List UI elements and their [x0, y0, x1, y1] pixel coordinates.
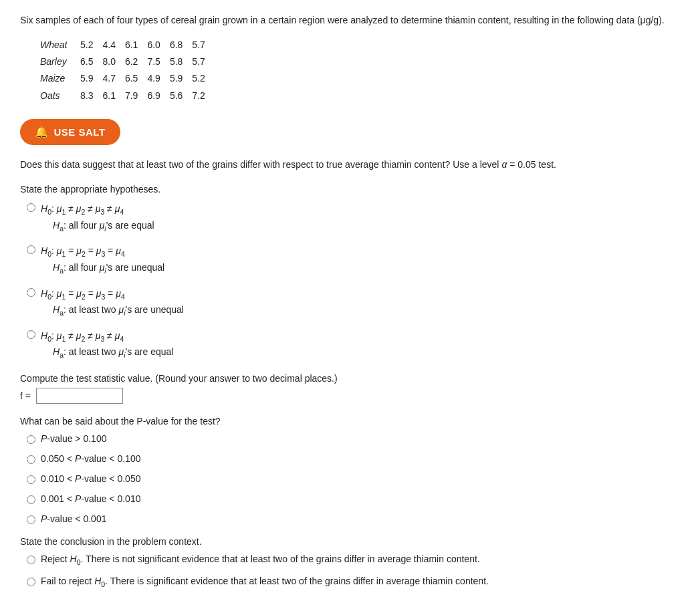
grain-label-wheat: Wheat: [40, 37, 80, 53]
hypothesis-radio-3[interactable]: [27, 288, 35, 297]
pvalue-label-1: P-value > 0.100: [41, 433, 106, 444]
grain-values-maize: 5.9 4.7 6.5 4.9 5.9 5.2: [80, 70, 205, 87]
intro-paragraph: Six samples of each of four types of cer…: [20, 13, 680, 27]
hypothesis-radio-1[interactable]: [27, 203, 35, 212]
hypothesis-label-3: H0: μ1 = μ2 = μ3 = μ4 Ha: at least two μ…: [41, 286, 184, 319]
conclusion-section-title: State the conclusion in the problem cont…: [20, 536, 680, 547]
conclusion-radio-1[interactable]: [27, 556, 35, 564]
pvalue-label-2: 0.050 < P-value < 0.100: [41, 453, 140, 464]
pvalue-section-title: What can be said about the P-value for t…: [20, 416, 680, 427]
pvalue-label-4: 0.001 < P-value < 0.010: [41, 493, 140, 504]
hypothesis-option-1[interactable]: H0: μ1 ≠ μ2 ≠ μ3 ≠ μ4 Ha: all four μi's …: [27, 201, 680, 234]
grain-values-oats: 8.3 6.1 7.9 6.9 5.6 7.2: [80, 88, 205, 104]
pvalue-label-3: 0.010 < P-value < 0.050: [41, 473, 140, 484]
conclusion-option-2[interactable]: Fail to reject H0. There is significant …: [27, 576, 680, 588]
pvalue-radio-3[interactable]: [27, 475, 35, 484]
pvalue-radio-2[interactable]: [27, 455, 35, 464]
salt-icon: 🔔: [35, 126, 49, 138]
grain-label-barley: Barley: [40, 53, 80, 70]
hypothesis-label-2: H0: μ1 = μ2 = μ3 = μ4 Ha: all four μi's …: [41, 243, 164, 276]
hypothesis-label-4: H0: μ1 ≠ μ2 ≠ μ3 ≠ μ4 Ha: at least two μ…: [41, 328, 173, 361]
compute-section: Compute the test statistic value. (Round…: [20, 373, 680, 404]
question-paragraph: Does this data suggest that at least two…: [20, 157, 680, 172]
use-salt-button[interactable]: 🔔 USE SALT: [20, 119, 120, 145]
hypothesis-radio-4[interactable]: [27, 330, 35, 339]
pvalue-radio-4[interactable]: [27, 495, 35, 504]
conclusion-option-1[interactable]: Reject H0. There is not significant evid…: [27, 554, 680, 566]
compute-label: Compute the test statistic value. (Round…: [20, 373, 680, 384]
conclusion-label-1: Reject H0. There is not significant evid…: [41, 554, 480, 566]
pvalue-option-2[interactable]: 0.050 < P-value < 0.100: [27, 453, 680, 464]
hypothesis-option-2[interactable]: H0: μ1 = μ2 = μ3 = μ4 Ha: all four μi's …: [27, 243, 680, 276]
pvalue-label-5: P-value < 0.001: [41, 513, 106, 524]
hypothesis-option-4[interactable]: H0: μ1 ≠ μ2 ≠ μ3 ≠ μ4 Ha: at least two μ…: [27, 328, 680, 361]
pvalue-radio-1[interactable]: [27, 435, 35, 444]
f-value-input[interactable]: [36, 388, 123, 404]
hypothesis-option-3[interactable]: H0: μ1 = μ2 = μ3 = μ4 Ha: at least two μ…: [27, 286, 680, 319]
conclusion-section: State the conclusion in the problem cont…: [20, 536, 680, 597]
grain-values-barley: 6.5 8.0 6.2 7.5 5.8 5.7: [80, 53, 205, 70]
hypotheses-group: H0: μ1 ≠ μ2 ≠ μ3 ≠ μ4 Ha: all four μi's …: [27, 201, 680, 361]
pvalue-option-4[interactable]: 0.001 < P-value < 0.010: [27, 493, 680, 504]
conclusion-radio-2[interactable]: [27, 578, 35, 586]
pvalue-radio-5[interactable]: [27, 515, 35, 524]
f-input-row: f =: [20, 388, 680, 404]
pvalue-radio-group: P-value > 0.100 0.050 < P-value < 0.100 …: [27, 433, 680, 524]
f-label: f =: [20, 390, 31, 401]
conclusion-radio-group: Reject H0. There is not significant evid…: [27, 554, 680, 597]
hypothesis-label-1: H0: μ1 ≠ μ2 ≠ μ3 ≠ μ4 Ha: all four μi's …: [41, 201, 154, 234]
hypotheses-section-title: State the appropriate hypotheses.: [20, 184, 680, 195]
pvalue-option-5[interactable]: P-value < 0.001: [27, 513, 680, 524]
conclusion-label-2: Fail to reject H0. There is significant …: [41, 576, 489, 588]
grain-values-wheat: 5.2 4.4 6.1 6.0 6.8 5.7: [80, 37, 205, 53]
pvalue-option-3[interactable]: 0.010 < P-value < 0.050: [27, 473, 680, 484]
grain-label-maize: Maize: [40, 70, 80, 87]
hypothesis-radio-2[interactable]: [27, 245, 35, 254]
grain-label-oats: Oats: [40, 88, 80, 104]
data-table: Wheat 5.2 4.4 6.1 6.0 6.8 5.7 Barley 6.5…: [40, 37, 680, 104]
pvalue-option-1[interactable]: P-value > 0.100: [27, 433, 680, 444]
salt-button-label: USE SALT: [54, 126, 106, 138]
pvalue-section: What can be said about the P-value for t…: [20, 416, 680, 524]
